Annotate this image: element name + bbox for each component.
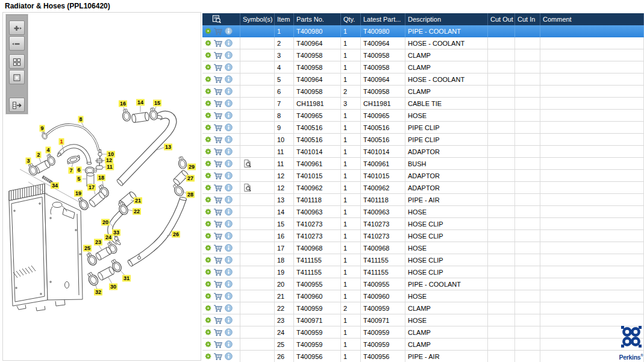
diagram-label-17[interactable]: 17	[87, 184, 96, 191]
info-icon[interactable]	[225, 160, 233, 167]
column-header-description[interactable]: Description	[405, 13, 488, 25]
table-row-item-11[interactable]: 11T4010141T401014ADAPTOR	[202, 146, 644, 158]
diagram-label-3[interactable]: 3	[25, 158, 31, 164]
diagram-label-18[interactable]: 18	[97, 175, 105, 181]
table-row-item-1[interactable]: 1T4009801T400980PIPE - COOLANT	[202, 25, 644, 37]
gear-icon[interactable]	[205, 184, 211, 191]
symbol-preview-icon[interactable]	[243, 159, 252, 168]
table-row-item-22[interactable]: 22T4009592T400959CLAMP	[202, 302, 644, 314]
diagram-label-33[interactable]: 33	[112, 229, 120, 236]
diagram-label-13[interactable]: 13	[164, 144, 172, 151]
info-icon[interactable]	[225, 75, 233, 83]
info-icon[interactable]	[225, 136, 233, 143]
info-icon[interactable]	[225, 280, 233, 288]
info-icon[interactable]	[225, 268, 233, 276]
diagram-label-5[interactable]: 5	[76, 176, 81, 183]
table-row-item-18[interactable]: 18T4111551T411155HOSE CLIP	[202, 254, 644, 266]
column-header-parts-no[interactable]: Parts No.	[294, 13, 341, 25]
info-icon[interactable]	[225, 256, 233, 264]
fit-view-button[interactable]	[9, 70, 25, 84]
gear-icon[interactable]	[205, 353, 211, 360]
diagram-label-2[interactable]: 2	[36, 152, 41, 158]
table-row-item-4[interactable]: 4T4009581T400958CLAMP	[202, 61, 644, 73]
table-row-item-11[interactable]: 11T4009611T400961BUSH	[202, 158, 644, 170]
add-to-cart-icon[interactable]	[213, 148, 223, 156]
info-icon[interactable]	[225, 87, 233, 95]
table-row-item-3[interactable]: 3T4009581T400958CLAMP	[202, 49, 644, 61]
diagram-label-26[interactable]: 26	[172, 231, 180, 238]
info-icon[interactable]	[225, 232, 233, 240]
info-icon[interactable]	[225, 148, 233, 155]
info-icon[interactable]	[225, 27, 233, 35]
table-row-item-6[interactable]: 6T4009582T400958CLAMP	[202, 86, 644, 98]
add-to-cart-icon[interactable]	[213, 196, 223, 204]
table-row-item-19[interactable]: 19T4111551T411155HOSE CLIP	[202, 266, 644, 278]
diagram-label-34[interactable]: 34	[51, 183, 59, 189]
diagram-label-32[interactable]: 32	[94, 289, 102, 296]
diagram-label-23[interactable]: 23	[94, 239, 102, 246]
info-icon[interactable]	[225, 208, 233, 216]
gear-icon[interactable]	[205, 88, 211, 95]
table-row-item-12[interactable]: 12T4009621T400962ADAPTOR	[202, 182, 644, 194]
diagram-label-8[interactable]: 8	[78, 116, 83, 123]
column-header-comment[interactable]: Comment	[540, 13, 644, 25]
add-to-cart-icon[interactable]	[213, 340, 223, 349]
diagram-label-14[interactable]: 14	[136, 99, 145, 106]
gear-icon[interactable]	[205, 136, 211, 143]
info-icon[interactable]	[225, 99, 233, 107]
table-row-item-16[interactable]: 16T4102731T410273HOSE CLIP	[202, 230, 644, 242]
table-row-item-26[interactable]: 26T4009561T400956PIPE - AIR	[202, 351, 644, 362]
info-icon[interactable]	[225, 316, 233, 324]
gear-icon[interactable]	[205, 220, 211, 227]
column-header-qty[interactable]: Qty.	[341, 13, 361, 25]
table-row-item-5[interactable]: 5T4009641T400964HOSE - COOLANT	[202, 73, 644, 86]
add-to-cart-icon[interactable]	[213, 99, 223, 108]
gear-icon[interactable]	[205, 196, 211, 203]
table-row-item-12[interactable]: 12T4010151T401015ADAPTOR	[202, 170, 644, 182]
table-row-item-10[interactable]: 10T4005161T400516PIPE CLIP	[202, 134, 644, 146]
tile-view-button[interactable]	[9, 54, 25, 69]
zoom-out-button[interactable]	[9, 36, 25, 51]
table-row-item-25[interactable]: 25T4009591T400959CLAMP	[202, 339, 644, 351]
add-to-cart-icon[interactable]	[213, 111, 223, 120]
column-header-actions[interactable]	[202, 13, 240, 25]
gear-icon[interactable]	[205, 112, 211, 119]
gear-icon[interactable]	[205, 281, 211, 287]
gear-icon[interactable]	[205, 329, 211, 335]
add-to-cart-icon[interactable]	[213, 160, 223, 168]
diagram-label-9[interactable]: 9	[39, 125, 45, 132]
gear-icon[interactable]	[205, 305, 211, 311]
add-to-cart-icon[interactable]	[213, 352, 223, 361]
gear-icon[interactable]	[205, 317, 211, 323]
info-icon[interactable]	[225, 196, 233, 204]
diagram-label-15[interactable]: 15	[153, 100, 161, 107]
gear-icon[interactable]	[205, 257, 211, 263]
gear-icon[interactable]	[205, 28, 211, 34]
table-row-item-20[interactable]: 20T4009551T400955PIPE - COOLANT	[202, 278, 644, 290]
gear-icon[interactable]	[205, 64, 211, 70]
add-to-cart-icon[interactable]	[213, 75, 223, 84]
gear-icon[interactable]	[205, 124, 211, 131]
gear-icon[interactable]	[205, 160, 211, 167]
diagram-label-29[interactable]: 29	[187, 164, 196, 170]
diagram-label-28[interactable]: 28	[186, 192, 195, 198]
symbol-preview-icon[interactable]	[243, 183, 252, 192]
column-header-symbol-s[interactable]: Symbol(s)	[240, 13, 275, 25]
info-icon[interactable]	[225, 184, 233, 192]
diagram-label-30[interactable]: 30	[109, 284, 117, 290]
table-row-item-15[interactable]: 15T4102731T410273HOSE CLIP	[202, 218, 644, 230]
column-header-cut-in[interactable]: Cut In	[515, 13, 540, 25]
table-row-item-8[interactable]: 8T4009651T400965HOSE	[202, 110, 644, 122]
add-to-cart-icon[interactable]	[213, 232, 223, 240]
diagram-label-7[interactable]: 7	[68, 167, 73, 174]
diagram-label-19[interactable]: 19	[74, 190, 83, 197]
table-row-item-17[interactable]: 17T4009681T400968HOSE	[202, 242, 644, 254]
diagram-label-31[interactable]: 31	[122, 275, 131, 282]
add-to-cart-icon[interactable]	[213, 63, 223, 72]
info-icon[interactable]	[225, 304, 233, 312]
info-icon[interactable]	[225, 111, 233, 119]
add-to-cart-icon[interactable]	[213, 220, 223, 228]
toggle-panel-button[interactable]	[9, 98, 25, 112]
add-to-cart-icon[interactable]	[213, 136, 223, 144]
table-row-item-7[interactable]: 7CH119813CH11981CABLE TIE	[202, 98, 644, 110]
